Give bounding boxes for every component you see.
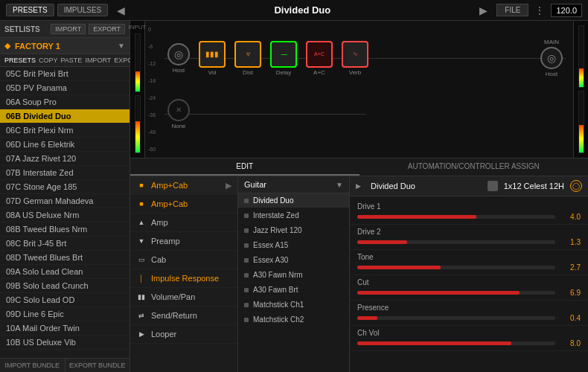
nav-back-icon[interactable]: ◀ (114, 4, 128, 16)
param-bar[interactable] (357, 215, 555, 219)
preset-item[interactable]: 07C Stone Age 185 (0, 180, 130, 194)
scale-18: -18 (148, 78, 159, 83)
preset-item[interactable]: 08C Brit J-45 Brt (0, 237, 130, 251)
param-bar[interactable] (357, 291, 555, 295)
block-item-label: Impulse Response (151, 274, 219, 283)
node-host-out[interactable]: MAIN ◎ Host (540, 39, 563, 77)
model-list-item[interactable]: A30 Fawn Nrm (238, 268, 349, 283)
model-list-item[interactable]: Interstate Zed (238, 208, 349, 223)
chain-nodes-top: ◎ Host ▮▮▮ Vol ▿ (164, 28, 566, 88)
preset-item[interactable]: 06A Soup Pro (0, 95, 130, 109)
param-name: Cut (357, 278, 581, 286)
preset-item[interactable]: 07A Jazz Rivet 120 (0, 152, 130, 166)
param-value: 1.3 (560, 238, 581, 246)
import-tab[interactable]: IMPORT (85, 57, 111, 64)
param-row[interactable]: Drive 21.3 (350, 225, 588, 250)
node-delay-label: Delay (276, 69, 291, 76)
param-fill (357, 266, 441, 269)
preset-item[interactable]: 08A US Deluxe Nrm (0, 208, 130, 222)
preset-item[interactable]: 10A Mail Order Twin (0, 321, 130, 336)
param-name: Presence (357, 304, 581, 312)
import-bundle-button[interactable]: IMPORT BUNDLE (0, 359, 65, 372)
param-row[interactable]: Presence0.4 (350, 301, 588, 326)
preset-item[interactable]: 05D PV Panama (0, 81, 130, 95)
preset-item[interactable]: 09A Solo Lead Clean (0, 265, 130, 279)
block-list-item[interactable]: ▲Amp (130, 214, 237, 232)
automation-tab[interactable]: AUTOMATION/CONTROLLER ASSIGN (359, 158, 589, 176)
presets-button[interactable]: PRESETS (6, 4, 54, 16)
block-item-icon: ⇄ (136, 310, 147, 321)
setlist-export-button[interactable]: EXPORT (89, 24, 125, 34)
preset-item[interactable]: 09C Solo Lead OD (0, 293, 130, 307)
preset-item[interactable]: 08B Tweed Blues Nrm (0, 222, 130, 237)
edit-tab[interactable]: EDIT (130, 158, 359, 176)
lower-content: ■Amp+Cab▶■Amp+Cab▲Amp▼Preamp▭Cab│Impulse… (130, 176, 588, 372)
block-item-label: Cab (151, 255, 166, 264)
impulses-button[interactable]: IMPULSES (57, 4, 109, 16)
paste-tab[interactable]: PASTE (61, 57, 83, 64)
preset-item[interactable]: 06C Brit Plexi Nrm (0, 124, 130, 138)
param-bar[interactable] (357, 266, 555, 269)
block-list-item[interactable]: ▼Preamp (130, 232, 237, 251)
param-bar[interactable] (357, 240, 555, 244)
factory-row[interactable]: ◆ FACTORY 1 ▼ (0, 38, 130, 54)
node-vol[interactable]: ▮▮▮ Vol (199, 41, 226, 76)
copy-tab[interactable]: COPY (39, 57, 58, 64)
block-list-item[interactable]: ▮▮Volume/Pan (130, 288, 237, 307)
node-verb[interactable]: ∿ Verb (342, 41, 368, 76)
file-button[interactable]: FILE (496, 4, 528, 16)
node-amp-cab[interactable]: A+C A+C (306, 41, 333, 76)
block-list-item[interactable]: ■Amp+Cab▶ (130, 176, 237, 195)
lower-tabs: EDIT AUTOMATION/CONTROLLER ASSIGN (130, 158, 588, 176)
setlist-import-button[interactable]: IMPORT (51, 24, 86, 34)
model-dot-icon (244, 303, 249, 307)
block-list-item[interactable]: ■Amp+Cab (130, 195, 237, 214)
block-list-item[interactable]: ⇄Send/Return (130, 307, 237, 325)
block-item-icon: ■ (136, 180, 147, 190)
model-item-label: A30 Fawn Nrm (253, 271, 303, 279)
power-button[interactable]: ◯ (570, 180, 582, 192)
model-list-item[interactable]: A30 Fawn Brt (238, 283, 349, 298)
param-bar[interactable] (357, 341, 555, 345)
bottom-buttons: IMPORT BUNDLE EXPORT BUNDLE (0, 358, 130, 372)
param-name: Drive 2 (357, 228, 581, 236)
node-none[interactable]: ✕ None (167, 99, 190, 129)
model-list-item[interactable]: Essex A15 (238, 238, 349, 253)
param-row[interactable]: Ch Vol8.0 (350, 326, 588, 351)
param-bar[interactable] (357, 316, 555, 320)
preset-item[interactable]: 08D Tweed Blues Brt (0, 251, 130, 265)
model-list-item[interactable]: Essex A30 (238, 253, 349, 268)
preset-item[interactable]: 09D Line 6 Epic (0, 307, 130, 321)
model-list-item[interactable]: Matchstick Ch2 (238, 312, 349, 327)
scale-60: -60 (148, 147, 159, 152)
block-list-item[interactable]: ▭Cab (130, 251, 237, 269)
export-bundle-button[interactable]: EXPORT BUNDLE (65, 359, 130, 372)
param-fill (357, 291, 520, 295)
model-list-item[interactable]: Divided Duo (238, 193, 349, 208)
model-list-item[interactable]: Matchstick Ch1 (238, 298, 349, 312)
preset-item[interactable]: 10B US Deluxe Vib (0, 336, 130, 350)
preset-item[interactable]: 06D Line 6 Elektrik (0, 138, 130, 152)
param-row[interactable]: Tone2.7 (350, 250, 588, 275)
preset-item[interactable]: 07B Interstate Zed (0, 166, 130, 180)
param-row[interactable]: Drive 14.0 (350, 199, 588, 225)
model-list-item[interactable]: Jazz Rivet 120 (238, 223, 349, 238)
node-dist[interactable]: ▿ Dist (234, 41, 261, 76)
param-value: 4.0 (560, 213, 581, 221)
node-host-in[interactable]: ◎ Host (167, 43, 190, 74)
param-row[interactable]: Cut6.9 (350, 275, 588, 301)
preset-item[interactable]: 07D German Mahadeva (0, 194, 130, 208)
block-list-item[interactable]: ▶Looper (130, 325, 237, 344)
presets-tab[interactable]: PRESETS (4, 57, 36, 64)
param-fill (357, 341, 511, 345)
scale-0: 0 (148, 27, 159, 32)
preset-item[interactable]: 05C Brit Plexi Brt (0, 67, 130, 81)
param-fill (357, 215, 476, 219)
preset-item[interactable]: 06B Divided Duo (0, 109, 130, 124)
preset-item[interactable]: 09B Solo Lead Crunch (0, 279, 130, 293)
node-delay[interactable]: ⸻ Delay (270, 41, 297, 76)
block-list-item[interactable]: │Impulse Response (130, 269, 237, 288)
top-bar: PRESETS IMPULSES ◀ Divided Duo ▶ FILE ⋮ … (0, 0, 588, 21)
nav-forward-icon[interactable]: ▶ (476, 4, 490, 16)
grid-icon[interactable]: ⋮ (534, 4, 545, 16)
